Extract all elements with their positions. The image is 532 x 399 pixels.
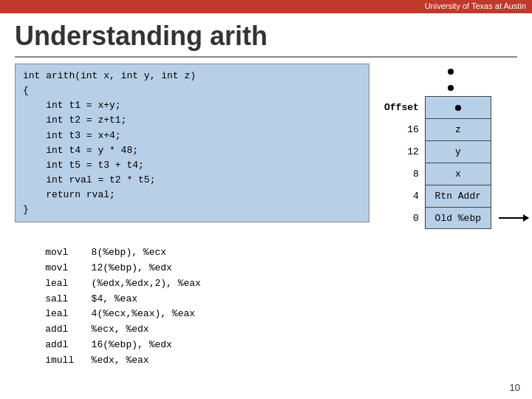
offset-0: 0 <box>384 207 422 229</box>
stack-cell-z: z <box>425 118 491 140</box>
stack-header-cell <box>425 96 491 118</box>
code-section: int arith(int x, int y, int z) { int t1 … <box>15 64 369 383</box>
page-number: 10 <box>510 382 520 393</box>
dot-2 <box>448 85 454 91</box>
page-title: Understanding arith <box>0 13 532 56</box>
stack-cell-ebp: Old %ebp <box>425 207 491 229</box>
stack-cell-rtn: Rtn Addr <box>425 185 491 207</box>
main-content: int arith(int x, int y, int z) { int t1 … <box>0 64 532 383</box>
offset-4: 4 <box>384 185 422 207</box>
stack-cell-x: x <box>425 163 491 185</box>
university-label: University of Texas at Austin <box>425 1 526 10</box>
code-block: int arith(int x, int y, int z) { int t1 … <box>15 64 369 222</box>
asm-line-1: movl 8(%ebp), %ecx movl 12(%ebp), %edx l… <box>22 247 201 366</box>
offset-header: Offset <box>384 96 422 118</box>
offset-8: 8 <box>384 163 422 185</box>
offset-12: 12 <box>384 140 422 163</box>
offset-header-text: Offset <box>384 102 419 113</box>
offsets-col: Offset 16 12 8 4 0 <box>384 96 422 229</box>
ebp-annotation: %ebp <box>496 213 532 224</box>
function-header: int arith(int x, int y, int z) { int t1 … <box>23 70 196 215</box>
header-bar: University of Texas at Austin <box>0 0 532 13</box>
stack-dots <box>384 64 473 96</box>
dot-3 <box>455 105 461 111</box>
offset-16: 16 <box>384 118 422 140</box>
asm-block: movl 8(%ebp), %ecx movl 12(%ebp), %edx l… <box>15 230 369 383</box>
stack-with-offsets: Offset 16 12 8 4 0 z y x Rtn Addr <box>384 96 532 229</box>
stack-cell-y: y <box>425 140 491 163</box>
stack-cells: z y x Rtn Addr Old %ebp %ebp <box>425 96 532 229</box>
dot-1 <box>448 69 454 75</box>
ebp-arrow <box>499 217 528 219</box>
stack-section: Offset 16 12 8 4 0 z y x Rtn Addr <box>369 64 517 383</box>
